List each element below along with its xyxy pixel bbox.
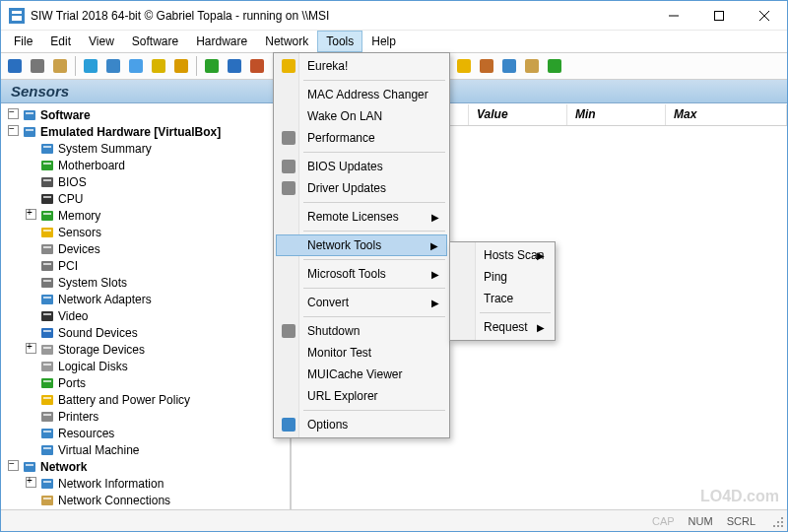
tree-item-motherboard[interactable]: Motherboard (3, 157, 290, 173)
toolbar-home-button[interactable] (477, 56, 496, 76)
menu-item-shutdown[interactable]: Shutdown (276, 320, 447, 342)
toolbar-mail-button[interactable] (522, 56, 542, 76)
toolbar-book-button[interactable] (247, 56, 267, 76)
menu-edit[interactable]: Edit (41, 31, 80, 52)
menu-item-microsoft-tools[interactable]: Microsoft Tools▶ (276, 263, 447, 285)
tree-toggle[interactable] (7, 125, 19, 138)
tree-panel[interactable]: SoftwareEmulated Hardware [VirtualBox]Sy… (1, 104, 292, 509)
svg-rect-85 (282, 418, 296, 432)
toolbar-save-button[interactable] (5, 56, 25, 76)
tree-item-emulated-hardware-virtualbox-[interactable]: Emulated Hardware [VirtualBox] (3, 123, 290, 140)
menu-item-options[interactable]: Options (276, 414, 447, 435)
menu-item-convert[interactable]: Convert▶ (276, 292, 447, 313)
motherboard-icon (39, 158, 55, 173)
svg-rect-46 (41, 261, 53, 271)
close-button[interactable] (742, 1, 787, 31)
tree-toggle[interactable] (7, 108, 19, 121)
tree-item-network-connections[interactable]: Network Connections (3, 492, 290, 508)
toolbar-key-button[interactable] (149, 56, 168, 76)
menu-item-network-tools[interactable]: Network Tools▶ (276, 234, 447, 256)
svg-rect-67 (43, 431, 51, 432)
column-min[interactable]: Min (567, 104, 666, 125)
toolbar-star-button[interactable] (454, 56, 474, 76)
toolbar-refresh-button[interactable] (202, 56, 222, 76)
menu-item-performance[interactable]: Performance (276, 127, 447, 149)
minimize-button[interactable] (651, 1, 696, 31)
menu-item-remote-licenses[interactable]: Remote Licenses▶ (276, 206, 447, 228)
sensors-icon (39, 225, 55, 240)
svg-rect-88 (781, 521, 783, 523)
menu-hardware[interactable]: Hardware (187, 31, 256, 52)
tree-item-bios[interactable]: BIOS (3, 173, 290, 190)
menu-network[interactable]: Network (256, 31, 317, 52)
svg-rect-65 (43, 414, 51, 416)
tree-toggle[interactable] (25, 477, 36, 490)
tools-menu-dropdown[interactable]: Eureka!MAC Address ChangerWake On LANPer… (273, 52, 450, 438)
tree-item-devices[interactable]: Devices (3, 240, 290, 257)
tree-item-sound-devices[interactable]: Sound Devices (3, 324, 290, 341)
toolbar-dollar-button[interactable] (545, 56, 564, 76)
tree-item-cpu[interactable]: CPU (3, 190, 290, 207)
tree-item-system-slots[interactable]: System Slots (3, 274, 290, 291)
tree-item-storage-devices[interactable]: Storage Devices (3, 341, 290, 358)
tree-item-resources[interactable]: Resources (3, 425, 290, 441)
tree-toggle[interactable] (25, 343, 36, 356)
toolbar-clipboard-button[interactable] (50, 56, 70, 76)
tree-item-system-summary[interactable]: System Summary (3, 140, 290, 157)
tree-item-software[interactable]: Software (3, 106, 290, 123)
tree-item-ports[interactable]: Ports (3, 374, 290, 391)
maximize-button[interactable] (696, 1, 742, 31)
tree-item-network-adapters[interactable]: Network Adapters (3, 291, 290, 307)
menu-item-url-explorer[interactable]: URL Explorer (276, 385, 447, 407)
tree-item-battery-and-power-policy[interactable]: Battery and Power Policy (3, 391, 290, 408)
menu-item-request[interactable]: Request▶ (452, 316, 553, 338)
tree-item-printers[interactable]: Printers (3, 408, 290, 425)
toolbar-print-button[interactable] (28, 56, 47, 76)
menu-item-eureka-[interactable]: Eureka! (276, 55, 447, 77)
menu-file[interactable]: File (5, 31, 41, 52)
menu-item-monitor-test[interactable]: Monitor Test (276, 342, 447, 364)
svg-rect-52 (41, 311, 53, 321)
menu-help[interactable]: Help (362, 31, 405, 52)
tree-label: Network Information (58, 477, 164, 491)
toolbar-keyhole-button[interactable] (171, 56, 191, 76)
toolbar-app-button[interactable] (81, 56, 100, 76)
tree-item-video[interactable]: Video (3, 307, 290, 324)
network-tools-submenu[interactable]: Hosts Scan▶PingTraceRequest▶ (449, 241, 556, 341)
resize-grip[interactable] (771, 515, 785, 529)
menu-item-label: Hosts Scan (484, 248, 544, 262)
svg-rect-74 (41, 496, 53, 505)
menu-item-ping[interactable]: Ping (452, 266, 553, 288)
menu-view[interactable]: View (80, 31, 123, 52)
toolbar-world-button[interactable] (225, 56, 244, 76)
menu-item-bios-updates[interactable]: BIOS Updates (276, 156, 447, 177)
svg-rect-89 (773, 525, 775, 527)
tree-label: Devices (58, 242, 100, 256)
gear-icon (281, 417, 296, 432)
column-value[interactable]: Value (469, 104, 567, 125)
tree-item-network-information[interactable]: Network Information (3, 475, 290, 492)
toolbar-users-button[interactable] (126, 56, 146, 76)
menu-software[interactable]: Software (123, 31, 187, 52)
menu-item-driver-updates[interactable]: Driver Updates (276, 177, 447, 199)
toolbar-chat-button[interactable] (499, 56, 519, 76)
tree-toggle[interactable] (25, 209, 36, 222)
menu-tools[interactable]: Tools (317, 31, 362, 52)
tree-toggle[interactable] (7, 460, 19, 473)
tree-item-pci[interactable]: PCI (3, 257, 290, 274)
tree-item-memory[interactable]: Memory (3, 207, 290, 224)
tree-item-logical-disks[interactable]: Logical Disks (3, 358, 290, 374)
tree-item-virtual-machine[interactable]: Virtual Machine (3, 441, 290, 458)
toolbar-gear-button[interactable] (103, 56, 123, 76)
menu-item-hosts-scan[interactable]: Hosts Scan▶ (452, 244, 553, 266)
menu-item-muicache-viewer[interactable]: MUICache Viewer (276, 364, 447, 385)
column-max[interactable]: Max (666, 104, 787, 125)
menu-item-trace[interactable]: Trace (452, 288, 553, 309)
menu-item-label: BIOS Updates (307, 160, 383, 173)
svg-rect-90 (777, 521, 779, 523)
tree-item-network[interactable]: Network (3, 458, 290, 475)
tree-item-sensors[interactable]: Sensors (3, 224, 290, 240)
menu-item-mac-address-changer[interactable]: MAC Address Changer (276, 84, 447, 105)
svg-rect-84 (282, 324, 296, 338)
menu-item-wake-on-lan[interactable]: Wake On LAN (276, 105, 447, 127)
